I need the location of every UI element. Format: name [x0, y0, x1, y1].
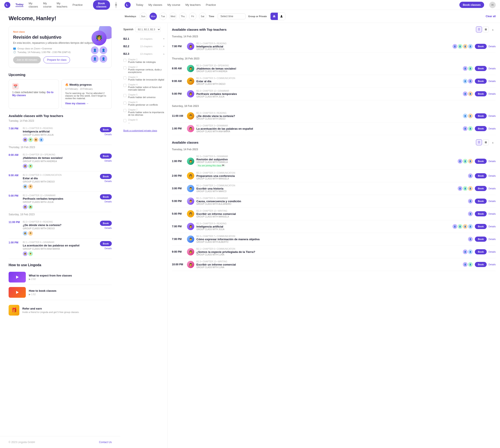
chapter-item-2[interactable]: Chapter 2 Puedo expresar certeza, duda y…	[120, 64, 167, 75]
details-link[interactable]: Details	[104, 227, 112, 229]
details-link[interactable]: Details	[488, 115, 496, 117]
left-book-btn[interactable]: Book classes	[93, 0, 110, 10]
list-view-btn-2[interactable]: ☰	[476, 139, 482, 145]
grid-view-btn-2[interactable]: ⊞	[483, 139, 489, 145]
book-btn[interactable]: Book	[475, 237, 487, 242]
details-link[interactable]: Details	[104, 200, 112, 203]
weekday-mon[interactable]: Mon	[150, 13, 157, 20]
join-button[interactable]: Join in 48 minutes	[13, 56, 41, 63]
details-link[interactable]: Details	[488, 200, 496, 202]
right-nav-my-teachers[interactable]: My teachers	[185, 3, 201, 6]
chapter-checkbox-1[interactable]	[123, 59, 126, 62]
book-private-btn[interactable]: Book a customised private class	[123, 129, 157, 132]
chapter-item-4[interactable]: Chapter 4 Puedo hablar sobre el futuro d…	[120, 82, 167, 92]
chapter-checkbox-3[interactable]	[123, 76, 126, 80]
weekday-wed[interactable]: Wed	[169, 13, 177, 20]
book-btn[interactable]: Book	[475, 126, 487, 131]
prepare-button[interactable]: Prepare for class	[43, 56, 70, 63]
video-card-1[interactable]: What to expect from live classes ▶ 2:02	[9, 270, 112, 285]
level-select[interactable]: B2.1, B2.2, B2.3	[135, 27, 161, 32]
grid-view-btn[interactable]: ⊞	[483, 26, 489, 32]
book-btn[interactable]: Book	[475, 91, 487, 96]
chapter-checkbox-2[interactable]	[123, 66, 126, 69]
nav-my-classes[interactable]: My classes	[29, 2, 38, 8]
details-link[interactable]: Details	[104, 247, 112, 250]
book-btn[interactable]: Book	[475, 199, 487, 204]
right-nav-practice[interactable]: Practice	[206, 3, 216, 6]
collapse-btn-2[interactable]: ▴	[490, 139, 496, 145]
chapter-checkbox-8[interactable]	[123, 119, 126, 122]
details-link[interactable]: Details	[488, 127, 496, 130]
details-link[interactable]: Details	[488, 93, 496, 95]
contact-link[interactable]: Contact Us	[99, 441, 112, 444]
weekday-fri[interactable]: Fri	[189, 13, 196, 20]
book-class-btn[interactable]: Book	[100, 241, 112, 246]
book-btn[interactable]: Book	[475, 159, 487, 164]
details-link[interactable]: Details	[488, 251, 496, 253]
level-header-b23[interactable]: B2.3 13 chapters ▴	[120, 50, 167, 57]
chapter-item-8[interactable]: Chapter 8 ...	[120, 117, 167, 125]
right-nav-today[interactable]: Today	[136, 3, 143, 6]
chapter-item-5[interactable]: Chapter 5 Puedo hablar del universo	[120, 92, 167, 100]
chapter-checkbox-4[interactable]	[123, 84, 126, 87]
details-link[interactable]: Details	[488, 187, 496, 190]
details-link[interactable]: Details	[488, 238, 496, 240]
time-select[interactable]: Select time	[218, 13, 246, 19]
collapse-btn[interactable]: ▴	[490, 26, 496, 32]
details-link[interactable]: Details	[488, 67, 496, 70]
nav-my-teachers[interactable]: My teachers	[57, 2, 68, 8]
refer-card[interactable]: 🎁 Refer and earn Invite a friend to Ling…	[9, 302, 112, 319]
private-toggle-btn[interactable]	[278, 13, 285, 20]
view-classes-link[interactable]: View my classes →	[65, 102, 89, 105]
nav-my-course[interactable]: My course	[43, 2, 52, 8]
book-btn[interactable]: Book	[475, 211, 487, 216]
nav-practice[interactable]: Practice	[73, 3, 83, 6]
weekday-sun[interactable]: Sun	[140, 13, 147, 20]
chapter-checkbox-6[interactable]	[123, 101, 126, 105]
details-link[interactable]: Details	[488, 225, 496, 228]
book-btn[interactable]: Book	[475, 66, 487, 71]
details-link[interactable]: Details	[488, 45, 496, 48]
details-link[interactable]: Details	[488, 212, 496, 215]
right-nav-my-classes[interactable]: My classes	[149, 3, 162, 6]
group-toggle-btn[interactable]	[271, 13, 278, 20]
weekday-sat[interactable]: Sat	[199, 13, 206, 20]
details-link[interactable]: Details	[104, 180, 112, 182]
chapter-item-1[interactable]: Chapter 1 Puedo hablar de mitología	[120, 57, 167, 64]
chapter-checkbox-5[interactable]	[123, 94, 126, 97]
book-class-btn[interactable]: Book	[100, 221, 112, 226]
right-nav-my-course[interactable]: My course	[167, 3, 180, 6]
book-btn[interactable]: Book	[475, 249, 487, 254]
details-link[interactable]: Details	[104, 160, 112, 162]
chapter-item-3[interactable]: Chapter 3 Puedo hablar de innovación dig…	[120, 75, 167, 82]
details-link[interactable]: Details	[104, 133, 112, 136]
book-btn[interactable]: Book	[475, 224, 487, 229]
level-header-b21[interactable]: B2.1 14 chapters ▾	[120, 35, 167, 42]
video-card-2[interactable]: How to book classes ▶ 1:52	[9, 285, 112, 300]
book-class-btn[interactable]: Book	[100, 154, 112, 159]
details-link[interactable]: Details	[488, 263, 496, 266]
details-link[interactable]: Details	[488, 175, 496, 177]
book-btn[interactable]: Book	[475, 262, 487, 267]
right-user-avatar[interactable]: H	[489, 2, 496, 8]
chapter-item-6[interactable]: Chapter 6 Puedo gestionar un conflicto	[120, 100, 167, 107]
nav-today[interactable]: Today	[16, 3, 23, 7]
book-btn[interactable]: Book	[475, 173, 487, 178]
book-btn[interactable]: Book	[475, 113, 487, 118]
user-avatar[interactable]: H	[115, 2, 117, 8]
book-btn[interactable]: Book	[475, 186, 487, 191]
weekday-thu[interactable]: Thu	[179, 13, 187, 20]
weekday-tue[interactable]: Tue	[159, 13, 167, 20]
level-header-b22[interactable]: B2.2 13 chapters ▾	[120, 43, 167, 49]
book-btn[interactable]: Book	[475, 79, 487, 84]
details-link[interactable]: Details	[488, 80, 496, 82]
book-class-btn[interactable]: Book	[100, 174, 112, 179]
details-link[interactable]: Details	[488, 160, 496, 162]
book-btn[interactable]: Book	[475, 44, 487, 49]
book-class-btn[interactable]: Book	[100, 127, 112, 132]
clear-all-btn[interactable]: Clear all	[486, 15, 496, 18]
chapter-item-7[interactable]: Chapter 7 Puedo hablar sobre la importan…	[120, 107, 167, 117]
book-class-btn[interactable]: Book	[100, 194, 112, 199]
right-book-btn[interactable]: Book classes	[459, 2, 484, 8]
list-view-btn[interactable]: ☰	[476, 26, 482, 32]
